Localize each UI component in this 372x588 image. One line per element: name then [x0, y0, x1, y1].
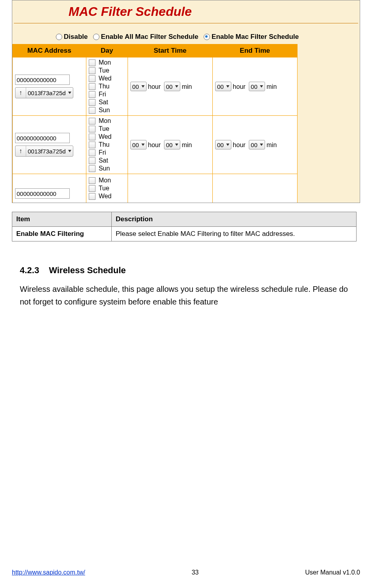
section-heading: 4.2.3 Wireless Schedule: [20, 265, 352, 276]
day-checkbox[interactable]: Thu: [89, 141, 125, 148]
checkbox-icon: [89, 67, 95, 74]
day-label: Fri: [99, 91, 106, 98]
day-checkbox[interactable]: Thu: [89, 83, 125, 90]
page-title: MAC Filter Schedule: [12, 0, 360, 23]
end-min-select[interactable]: 00: [249, 140, 265, 149]
checkbox-icon: [89, 107, 95, 114]
checkbox-icon: [89, 134, 95, 140]
mac-dropdown[interactable]: ↑ 0013f73a725d: [15, 146, 73, 157]
day-checkbox[interactable]: Fri: [89, 91, 125, 98]
min-label: min: [182, 142, 192, 148]
chevron-down-icon: [260, 85, 263, 88]
select-value: 00: [251, 83, 258, 90]
radio-label: Enable Mac Filter Schedule: [212, 33, 299, 41]
start-min-select[interactable]: 00: [164, 82, 180, 91]
day-label: Sat: [99, 157, 108, 164]
hour-label: hour: [148, 142, 161, 148]
day-checkbox[interactable]: Wed: [89, 133, 125, 140]
day-label: Wed: [99, 75, 112, 82]
checkbox-icon: [89, 99, 95, 106]
col-start: Start Time: [128, 44, 212, 57]
day-checkbox[interactable]: Sun: [89, 107, 125, 114]
day-checkbox[interactable]: Sat: [89, 99, 125, 106]
chevron-down-icon: [226, 85, 229, 88]
day-checkbox[interactable]: Wed: [89, 193, 125, 200]
table-row: Enable MAC Filtering Please select Enabl…: [12, 227, 357, 241]
checkbox-icon: [89, 126, 95, 132]
day-checkbox[interactable]: Sun: [89, 165, 125, 172]
day-checkbox[interactable]: Tue: [89, 67, 125, 74]
day-label: Mon: [99, 177, 111, 184]
checkbox-icon: [89, 185, 95, 192]
footer-version: User Manual v1.0.0: [305, 569, 360, 576]
day-checkbox[interactable]: Fri: [89, 149, 125, 156]
checkbox-icon: [89, 142, 95, 148]
arrow-up-icon: ↑: [15, 88, 26, 98]
start-hour-select[interactable]: 00: [130, 140, 147, 149]
start-hour-select[interactable]: 00: [130, 82, 147, 91]
checkbox-icon: [89, 193, 95, 200]
mac-address-input[interactable]: [15, 75, 70, 85]
day-label: Sun: [99, 107, 110, 114]
section-paragraph: Wireless available schedule, this page a…: [20, 283, 352, 308]
chevron-down-icon: [68, 92, 71, 94]
body-text: 4.2.3 Wireless Schedule Wireless availab…: [20, 265, 352, 308]
day-label: Tue: [99, 125, 109, 132]
day-checkbox[interactable]: Mon: [89, 59, 125, 66]
day-label: Mon: [99, 117, 111, 124]
radio-label: Disable: [64, 33, 88, 41]
end-min-select[interactable]: 00: [249, 82, 265, 91]
day-label: Sat: [99, 99, 108, 106]
checkbox-icon: [89, 91, 95, 98]
day-label: Mon: [99, 59, 111, 66]
mac-dropdown-value: 0013f73a725d: [28, 90, 66, 96]
day-checkbox[interactable]: Sat: [89, 157, 125, 164]
start-min-select[interactable]: 00: [164, 140, 180, 149]
day-checkbox[interactable]: Mon: [89, 117, 125, 124]
radio-enable[interactable]: Enable Mac Filter Schedule: [204, 33, 299, 41]
select-value: 00: [166, 83, 173, 90]
chevron-down-icon: [175, 144, 178, 146]
hour-label: hour: [233, 142, 246, 148]
mac-address-input[interactable]: [15, 133, 70, 143]
checkbox-icon: [89, 177, 95, 184]
table-row: ↑ 0013f73a725d Mon Tue Wed Thu Fri Sat S…: [13, 57, 298, 116]
day-checkbox[interactable]: Tue: [89, 185, 125, 192]
mac-dropdown[interactable]: ↑ 0013f73a725d: [15, 87, 73, 98]
footer-url[interactable]: http://www.sapido.com.tw/: [12, 569, 85, 576]
radio-disable[interactable]: Disable: [56, 33, 88, 41]
day-label: Wed: [99, 133, 112, 140]
day-checkbox[interactable]: Wed: [89, 75, 125, 82]
description-cell: Please select Enable MAC Filtering to fi…: [112, 227, 357, 241]
select-value: 00: [217, 142, 224, 148]
radio-enable-all[interactable]: Enable All Mac Filter Schedule: [93, 33, 198, 41]
footer-page-number: 33: [192, 569, 199, 576]
day-label: Thu: [99, 141, 110, 148]
chevron-down-icon: [226, 144, 229, 146]
day-checkbox[interactable]: Tue: [89, 125, 125, 132]
chevron-down-icon: [175, 85, 178, 88]
checkbox-icon: [89, 75, 95, 82]
min-label: min: [182, 83, 192, 90]
day-label: Wed: [99, 193, 112, 200]
description-table: Item Description Enable MAC Filtering Pl…: [12, 212, 357, 241]
page-footer: http://www.sapido.com.tw/ 33 User Manual…: [12, 569, 360, 576]
table-row: Mon Tue Wed: [13, 174, 298, 203]
day-checkbox-group: Mon Tue Wed Thu Fri Sat Sun: [89, 117, 125, 172]
radio-icon: [204, 34, 210, 40]
mac-address-input[interactable]: [15, 188, 70, 199]
checkbox-icon: [89, 83, 95, 90]
end-hour-select[interactable]: 00: [215, 140, 231, 149]
col-end: End Time: [212, 44, 297, 57]
chevron-down-icon: [260, 144, 263, 146]
hour-label: hour: [148, 83, 161, 90]
radio-icon: [93, 34, 99, 40]
checkbox-icon: [89, 118, 95, 124]
min-label: min: [267, 83, 277, 90]
day-label: Tue: [99, 185, 109, 192]
hour-label: hour: [233, 83, 246, 90]
day-checkbox[interactable]: Mon: [89, 177, 125, 184]
end-hour-select[interactable]: 00: [215, 82, 231, 91]
checkbox-icon: [89, 59, 95, 66]
select-value: 00: [166, 142, 173, 148]
